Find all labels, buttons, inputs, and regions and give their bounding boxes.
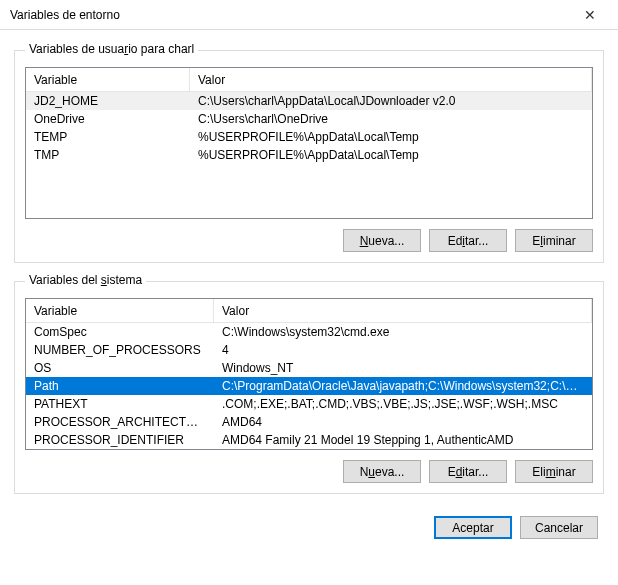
table-row[interactable]: JD2_HOMEC:\Users\charl\AppData\Local\JDo… [26,92,592,110]
table-row[interactable]: TMP%USERPROFILE%\AppData\Local\Temp [26,146,592,164]
group-user-legend: Variables de usuario para charl [25,42,198,56]
sys-button-row: Nueva... Editar... Eliminar [25,460,593,483]
sys-edit-button[interactable]: Editar... [429,460,507,483]
table-row[interactable]: PATHEXT.COM;.EXE;.BAT;.CMD;.VBS;.VBE;.JS… [26,395,592,413]
cell-variable: PROCESSOR_IDENTIFIER [26,433,214,447]
user-new-button[interactable]: Nueva... [343,229,421,252]
cell-value: C:\Users\charl\OneDrive [190,112,592,126]
legend-text-a: Variables de usua [29,42,124,56]
user-vars-body[interactable]: JD2_HOMEC:\Users\charl\AppData\Local\JDo… [26,92,592,218]
user-vars-header: Variable Valor [26,68,592,92]
group-sys-legend: Variables del sistema [25,273,146,287]
user-edit-button[interactable]: Editar... [429,229,507,252]
table-row[interactable]: PathC:\ProgramData\Oracle\Java\javapath;… [26,377,592,395]
cell-variable: PATHEXT [26,397,214,411]
user-button-row: Nueva... Editar... Eliminar [25,229,593,252]
sys-vars-body[interactable]: ComSpecC:\Windows\system32\cmd.exeNUMBER… [26,323,592,449]
col-valor[interactable]: Valor [214,299,592,322]
cell-value: C:\Users\charl\AppData\Local\JDownloader… [190,94,592,108]
cell-variable: Path [26,379,214,393]
sys-vars-header: Variable Valor [26,299,592,323]
cell-variable: OneDrive [26,112,190,126]
cell-value: %USERPROFILE%\AppData\Local\Temp [190,148,592,162]
sys-vars-list[interactable]: Variable Valor ComSpecC:\Windows\system3… [25,298,593,450]
table-row[interactable]: PROCESSOR_ARCHITECTUREAMD64 [26,413,592,431]
close-icon[interactable]: ✕ [570,7,610,23]
user-vars-list[interactable]: Variable Valor JD2_HOMEC:\Users\charl\Ap… [25,67,593,219]
dialog-content: Variables de usuario para charl Variable… [0,30,618,553]
group-user-variables: Variables de usuario para charl Variable… [14,50,604,263]
cell-variable: JD2_HOME [26,94,190,108]
cell-value: C:\Windows\system32\cmd.exe [214,325,592,339]
legend-text-b: io para charl [128,42,194,56]
cell-variable: OS [26,361,214,375]
cell-value: C:\ProgramData\Oracle\Java\javapath;C:\W… [214,379,592,393]
cell-value: 4 [214,343,592,357]
table-row[interactable]: OneDriveC:\Users\charl\OneDrive [26,110,592,128]
cell-variable: NUMBER_OF_PROCESSORS [26,343,214,357]
dialog-buttons: Aceptar Cancelar [14,516,604,539]
cell-value: Windows_NT [214,361,592,375]
window-title: Variables de entorno [10,8,570,22]
group-system-variables: Variables del sistema Variable Valor Com… [14,281,604,494]
ok-button[interactable]: Aceptar [434,516,512,539]
cell-value: %USERPROFILE%\AppData\Local\Temp [190,130,592,144]
cell-value: AMD64 [214,415,592,429]
cell-variable: TMP [26,148,190,162]
table-row[interactable]: NUMBER_OF_PROCESSORS4 [26,341,592,359]
col-variable[interactable]: Variable [26,68,190,91]
col-valor[interactable]: Valor [190,68,592,91]
table-row[interactable]: ComSpecC:\Windows\system32\cmd.exe [26,323,592,341]
table-row[interactable]: PROCESSOR_IDENTIFIERAMD64 Family 21 Mode… [26,431,592,449]
cell-value: .COM;.EXE;.BAT;.CMD;.VBS;.VBE;.JS;.JSE;.… [214,397,592,411]
cell-variable: ComSpec [26,325,214,339]
table-row[interactable]: OSWindows_NT [26,359,592,377]
titlebar: Variables de entorno ✕ [0,0,618,30]
cell-variable: PROCESSOR_ARCHITECTURE [26,415,214,429]
user-delete-button[interactable]: Eliminar [515,229,593,252]
sys-new-button[interactable]: Nueva... [343,460,421,483]
sys-delete-button[interactable]: Eliminar [515,460,593,483]
cancel-button[interactable]: Cancelar [520,516,598,539]
col-variable[interactable]: Variable [26,299,214,322]
cell-variable: TEMP [26,130,190,144]
cell-value: AMD64 Family 21 Model 19 Stepping 1, Aut… [214,433,592,447]
legend-sys-text: Variables del sistema [29,273,142,287]
table-row[interactable]: TEMP%USERPROFILE%\AppData\Local\Temp [26,128,592,146]
